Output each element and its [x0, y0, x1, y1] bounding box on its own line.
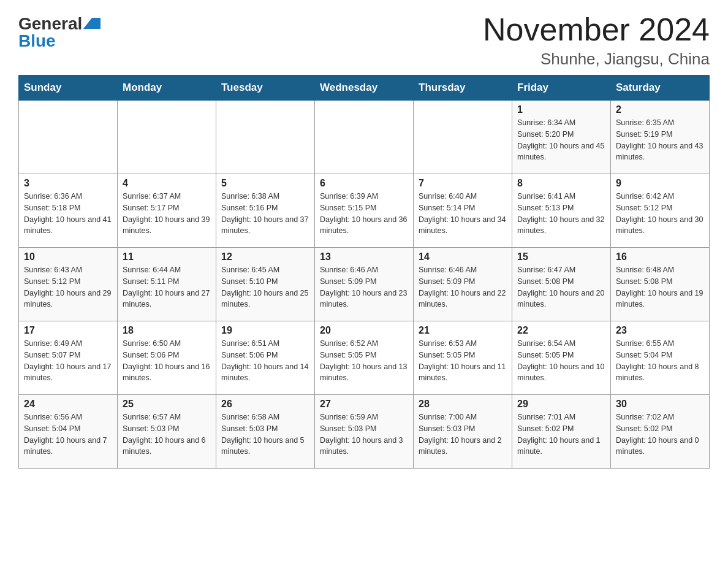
calendar-cell: 4Sunrise: 6:37 AM Sunset: 5:17 PM Daylig… — [118, 174, 216, 248]
day-number: 20 — [320, 325, 408, 336]
calendar-cell: 2Sunrise: 6:35 AM Sunset: 5:19 PM Daylig… — [611, 101, 710, 174]
calendar-cell: 10Sunrise: 6:43 AM Sunset: 5:12 PM Dayli… — [19, 248, 118, 321]
calendar-cell — [19, 101, 118, 174]
day-info: Sunrise: 6:48 AM Sunset: 5:08 PM Dayligh… — [616, 264, 704, 310]
day-number: 12 — [221, 251, 309, 262]
day-info: Sunrise: 6:36 AM Sunset: 5:18 PM Dayligh… — [24, 191, 112, 237]
calendar-cell — [315, 101, 414, 174]
calendar-cell: 24Sunrise: 6:56 AM Sunset: 5:04 PM Dayli… — [19, 395, 118, 469]
calendar-cell: 1Sunrise: 6:34 AM Sunset: 5:20 PM Daylig… — [512, 101, 611, 174]
calendar-cell: 13Sunrise: 6:46 AM Sunset: 5:09 PM Dayli… — [315, 248, 414, 321]
calendar-cell: 3Sunrise: 6:36 AM Sunset: 5:18 PM Daylig… — [19, 174, 118, 248]
calendar-cell: 11Sunrise: 6:44 AM Sunset: 5:11 PM Dayli… — [118, 248, 216, 321]
day-info: Sunrise: 6:46 AM Sunset: 5:09 PM Dayligh… — [320, 264, 408, 310]
calendar-cell: 7Sunrise: 6:40 AM Sunset: 5:14 PM Daylig… — [414, 174, 512, 248]
day-info: Sunrise: 7:02 AM Sunset: 5:02 PM Dayligh… — [616, 412, 704, 458]
col-friday: Friday — [512, 75, 611, 101]
calendar-cell: 25Sunrise: 6:57 AM Sunset: 5:03 PM Dayli… — [118, 395, 216, 469]
day-number: 6 — [320, 178, 408, 189]
logo: General Blue — [18, 12, 100, 50]
col-wednesday: Wednesday — [315, 75, 414, 101]
col-thursday: Thursday — [414, 75, 512, 101]
day-number: 10 — [24, 251, 112, 262]
day-info: Sunrise: 7:00 AM Sunset: 5:03 PM Dayligh… — [419, 412, 507, 458]
calendar-body: 1Sunrise: 6:34 AM Sunset: 5:20 PM Daylig… — [19, 101, 710, 469]
calendar-cell: 9Sunrise: 6:42 AM Sunset: 5:12 PM Daylig… — [611, 174, 710, 248]
calendar-week-row: 10Sunrise: 6:43 AM Sunset: 5:12 PM Dayli… — [19, 248, 710, 321]
day-info: Sunrise: 6:58 AM Sunset: 5:03 PM Dayligh… — [221, 412, 309, 458]
title-area: November 2024 Shunhe, Jiangsu, China — [483, 12, 710, 69]
day-number: 28 — [419, 399, 507, 410]
calendar-cell — [414, 101, 512, 174]
day-number: 1 — [517, 104, 605, 115]
day-number: 23 — [616, 325, 704, 336]
day-info: Sunrise: 6:43 AM Sunset: 5:12 PM Dayligh… — [24, 264, 112, 310]
day-info: Sunrise: 6:55 AM Sunset: 5:04 PM Dayligh… — [616, 338, 704, 384]
col-monday: Monday — [118, 75, 216, 101]
calendar-cell: 26Sunrise: 6:58 AM Sunset: 5:03 PM Dayli… — [216, 395, 315, 469]
day-number: 4 — [123, 178, 211, 189]
day-info: Sunrise: 6:35 AM Sunset: 5:19 PM Dayligh… — [616, 117, 704, 163]
day-number: 29 — [517, 399, 605, 410]
day-info: Sunrise: 6:42 AM Sunset: 5:12 PM Dayligh… — [616, 191, 704, 237]
day-number: 11 — [123, 251, 211, 262]
calendar-cell: 20Sunrise: 6:52 AM Sunset: 5:05 PM Dayli… — [315, 321, 414, 395]
day-number: 14 — [419, 251, 507, 262]
day-info: Sunrise: 6:39 AM Sunset: 5:15 PM Dayligh… — [320, 191, 408, 237]
calendar-cell: 15Sunrise: 6:47 AM Sunset: 5:08 PM Dayli… — [512, 248, 611, 321]
calendar-week-row: 3Sunrise: 6:36 AM Sunset: 5:18 PM Daylig… — [19, 174, 710, 248]
calendar-cell: 14Sunrise: 6:46 AM Sunset: 5:09 PM Dayli… — [414, 248, 512, 321]
day-number: 21 — [419, 325, 507, 336]
day-number: 16 — [616, 251, 704, 262]
calendar-cell: 16Sunrise: 6:48 AM Sunset: 5:08 PM Dayli… — [611, 248, 710, 321]
month-year-title: November 2024 — [483, 12, 710, 47]
calendar-cell: 6Sunrise: 6:39 AM Sunset: 5:15 PM Daylig… — [315, 174, 414, 248]
calendar-cell: 17Sunrise: 6:49 AM Sunset: 5:07 PM Dayli… — [19, 321, 118, 395]
calendar-week-row: 24Sunrise: 6:56 AM Sunset: 5:04 PM Dayli… — [19, 395, 710, 469]
calendar-cell — [216, 101, 315, 174]
day-info: Sunrise: 6:47 AM Sunset: 5:08 PM Dayligh… — [517, 264, 605, 310]
day-number: 3 — [24, 178, 112, 189]
day-info: Sunrise: 6:34 AM Sunset: 5:20 PM Dayligh… — [517, 117, 605, 163]
calendar-cell: 21Sunrise: 6:53 AM Sunset: 5:05 PM Dayli… — [414, 321, 512, 395]
day-number: 7 — [419, 178, 507, 189]
calendar-cell: 27Sunrise: 6:59 AM Sunset: 5:03 PM Dayli… — [315, 395, 414, 469]
calendar-header: Sunday Monday Tuesday Wednesday Thursday… — [19, 75, 710, 101]
day-info: Sunrise: 6:41 AM Sunset: 5:13 PM Dayligh… — [517, 191, 605, 237]
calendar-cell: 18Sunrise: 6:50 AM Sunset: 5:06 PM Dayli… — [118, 321, 216, 395]
calendar-cell: 5Sunrise: 6:38 AM Sunset: 5:16 PM Daylig… — [216, 174, 315, 248]
day-number: 25 — [123, 399, 211, 410]
logo-general-text: General — [18, 15, 82, 33]
day-info: Sunrise: 6:50 AM Sunset: 5:06 PM Dayligh… — [123, 338, 211, 384]
day-number: 18 — [123, 325, 211, 336]
day-number: 26 — [221, 399, 309, 410]
calendar-cell: 29Sunrise: 7:01 AM Sunset: 5:02 PM Dayli… — [512, 395, 611, 469]
day-info: Sunrise: 6:46 AM Sunset: 5:09 PM Dayligh… — [419, 264, 507, 310]
calendar-week-row: 1Sunrise: 6:34 AM Sunset: 5:20 PM Daylig… — [19, 101, 710, 174]
calendar-cell: 22Sunrise: 6:54 AM Sunset: 5:05 PM Dayli… — [512, 321, 611, 395]
day-number: 17 — [24, 325, 112, 336]
calendar-cell: 12Sunrise: 6:45 AM Sunset: 5:10 PM Dayli… — [216, 248, 315, 321]
day-number: 13 — [320, 251, 408, 262]
calendar-cell — [118, 101, 216, 174]
day-info: Sunrise: 6:51 AM Sunset: 5:06 PM Dayligh… — [221, 338, 309, 384]
day-info: Sunrise: 6:44 AM Sunset: 5:11 PM Dayligh… — [123, 264, 211, 310]
day-number: 15 — [517, 251, 605, 262]
day-number: 30 — [616, 399, 704, 410]
col-tuesday: Tuesday — [216, 75, 315, 101]
col-saturday: Saturday — [611, 75, 710, 101]
calendar-cell: 8Sunrise: 6:41 AM Sunset: 5:13 PM Daylig… — [512, 174, 611, 248]
day-info: Sunrise: 6:49 AM Sunset: 5:07 PM Dayligh… — [24, 338, 112, 384]
calendar-cell: 30Sunrise: 7:02 AM Sunset: 5:02 PM Dayli… — [611, 395, 710, 469]
logo-triangle-icon — [83, 18, 100, 29]
day-info: Sunrise: 6:52 AM Sunset: 5:05 PM Dayligh… — [320, 338, 408, 384]
day-info: Sunrise: 6:40 AM Sunset: 5:14 PM Dayligh… — [419, 191, 507, 237]
day-info: Sunrise: 7:01 AM Sunset: 5:02 PM Dayligh… — [517, 412, 605, 458]
calendar-week-row: 17Sunrise: 6:49 AM Sunset: 5:07 PM Dayli… — [19, 321, 710, 395]
calendar-cell: 19Sunrise: 6:51 AM Sunset: 5:06 PM Dayli… — [216, 321, 315, 395]
day-number: 8 — [517, 178, 605, 189]
day-number: 9 — [616, 178, 704, 189]
location-subtitle: Shunhe, Jiangsu, China — [483, 50, 710, 69]
day-number: 22 — [517, 325, 605, 336]
day-info: Sunrise: 6:38 AM Sunset: 5:16 PM Dayligh… — [221, 191, 309, 237]
